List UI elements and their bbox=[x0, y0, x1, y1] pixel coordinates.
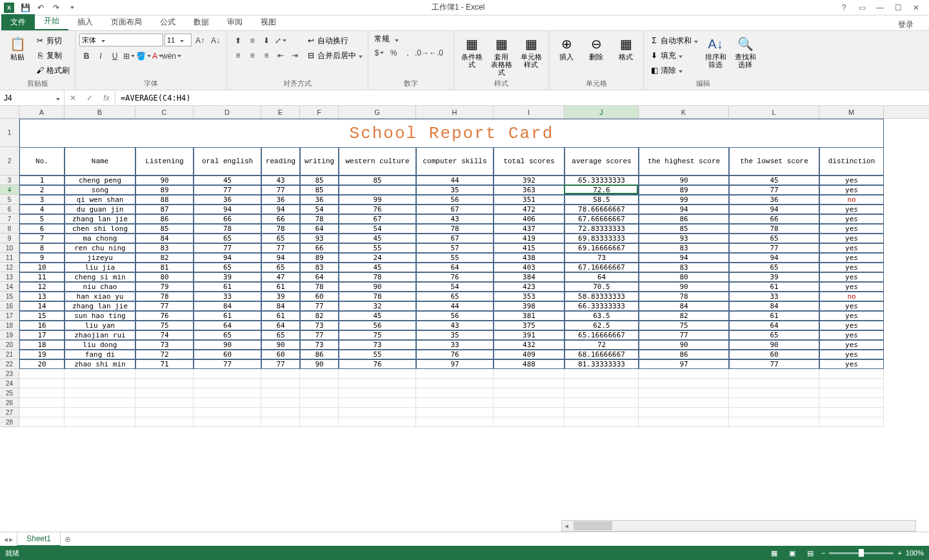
group-label-clipboard: 剪贴板 bbox=[4, 77, 71, 88]
tab-data[interactable]: 数据 bbox=[185, 14, 218, 30]
cancel-formula-button[interactable]: ✕ bbox=[65, 94, 81, 103]
group-styles: ▦条件格式 ▦套用 表格格式 ▦单元格样式 样式 bbox=[454, 31, 549, 90]
align-top-button[interactable]: ⬆ bbox=[231, 34, 245, 48]
fill-color-button[interactable]: 🪣 bbox=[136, 49, 150, 63]
italic-button[interactable]: I bbox=[94, 49, 108, 63]
brush-icon: 🖌 bbox=[35, 66, 45, 75]
copy-icon: ⎘ bbox=[35, 51, 45, 60]
merge-icon: ⊟ bbox=[306, 51, 316, 60]
name-box-dropdown-icon bbox=[55, 94, 60, 103]
ribbon-tabs: 文件 开始 插入 页面布局 公式 数据 审阅 视图 登录 bbox=[0, 15, 929, 31]
cond-format-icon: ▦ bbox=[463, 35, 481, 53]
group-label-cells: 单元格 bbox=[553, 77, 639, 88]
qat-customize-button[interactable] bbox=[65, 1, 79, 14]
sort-icon: A↓ bbox=[706, 35, 724, 53]
group-number: 常规 $ % , .0→ ←.0 数字 bbox=[368, 31, 454, 90]
fx-button[interactable]: fx bbox=[98, 94, 115, 103]
ribbon: 📋 粘贴 ✂剪切 ⎘复制 🖌格式刷 剪贴板 宋体 11 A↑ A↓ B I U bbox=[0, 31, 929, 90]
decimal-increase-button[interactable]: .0→ bbox=[415, 46, 429, 60]
tab-layout[interactable]: 页面布局 bbox=[102, 14, 151, 30]
formula-input[interactable]: =AVERAGE(C4:H4) bbox=[115, 90, 929, 105]
ribbon-options-button[interactable]: ▭ bbox=[855, 3, 868, 12]
group-editing: Σ自动求和 ⬇填充 ◧清除 A↓排序和筛选 🔍查找和选择 编辑 bbox=[644, 31, 763, 90]
align-center-button[interactable]: ≡ bbox=[245, 48, 259, 63]
merge-center-button[interactable]: ⊟合并后居中 bbox=[305, 48, 364, 63]
insert-icon: ⊕ bbox=[557, 35, 575, 53]
table-format-button[interactable]: ▦套用 表格格式 bbox=[488, 34, 515, 77]
group-label-number: 数字 bbox=[372, 77, 450, 88]
align-left-button[interactable]: ≡ bbox=[231, 48, 245, 63]
enter-formula-button[interactable]: ✓ bbox=[81, 94, 98, 103]
tab-view[interactable]: 视图 bbox=[252, 14, 285, 30]
decrease-font-button[interactable]: A↓ bbox=[208, 34, 223, 48]
cell-styles-button[interactable]: ▦单元格样式 bbox=[517, 34, 544, 70]
orientation-button[interactable]: ⤢ bbox=[274, 34, 288, 48]
format-cells-button[interactable]: ▦格式 bbox=[612, 34, 639, 62]
insert-cells-button[interactable]: ⊕插入 bbox=[553, 34, 580, 62]
currency-button[interactable]: $ bbox=[372, 46, 386, 60]
phonetic-button[interactable]: wén bbox=[165, 49, 179, 63]
font-size-select[interactable]: 11 bbox=[165, 34, 192, 46]
paste-button[interactable]: 📋 粘贴 bbox=[4, 34, 31, 62]
group-label-font: 字体 bbox=[79, 77, 223, 88]
tab-formula[interactable]: 公式 bbox=[151, 14, 185, 30]
number-format-select[interactable]: 常规 bbox=[372, 34, 450, 45]
border-button[interactable]: ⊞ bbox=[122, 49, 136, 63]
bold-button[interactable]: B bbox=[79, 49, 94, 63]
align-right-button[interactable]: ≡ bbox=[259, 48, 274, 63]
decimal-decrease-button[interactable]: ←.0 bbox=[429, 46, 443, 60]
align-middle-button[interactable]: ≡ bbox=[245, 34, 259, 48]
conditional-format-button[interactable]: ▦条件格式 bbox=[458, 34, 485, 70]
wrap-icon: ↩ bbox=[306, 36, 316, 45]
sigma-icon: Σ bbox=[649, 36, 659, 45]
group-align: ⬆ ≡ ⬇ ⤢ ≡ ≡ ≡ ⇤ ⇥ ↩自动换行 ⊟合并后居中 对齐方式 bbox=[227, 31, 368, 90]
delete-cells-button[interactable]: ⊖删除 bbox=[583, 34, 610, 62]
increase-font-button[interactable]: A↑ bbox=[193, 34, 207, 48]
qat-save-button[interactable]: 💾 bbox=[18, 1, 32, 14]
format-painter-button[interactable]: 🖌格式刷 bbox=[34, 63, 71, 77]
name-box[interactable]: J4 bbox=[0, 90, 65, 105]
group-label-styles: 样式 bbox=[458, 77, 544, 88]
indent-increase-button[interactable]: ⇥ bbox=[288, 48, 302, 63]
clear-button[interactable]: ◧清除 bbox=[648, 63, 699, 77]
close-button[interactable]: ✕ bbox=[910, 3, 923, 12]
underline-button[interactable]: U bbox=[108, 49, 122, 63]
tab-home[interactable]: 开始 bbox=[35, 13, 68, 30]
tab-file[interactable]: 文件 bbox=[1, 14, 35, 30]
window-title: 工作簿1 - Excel bbox=[79, 2, 837, 13]
fill-button[interactable]: ⬇填充 bbox=[648, 48, 699, 63]
find-select-button[interactable]: 🔍查找和选择 bbox=[732, 34, 759, 70]
indent-decrease-button[interactable]: ⇤ bbox=[274, 48, 288, 63]
sort-filter-button[interactable]: A↓排序和筛选 bbox=[702, 34, 729, 70]
group-label-align: 对齐方式 bbox=[231, 77, 364, 88]
maximize-button[interactable]: ☐ bbox=[892, 3, 904, 12]
tab-insert[interactable]: 插入 bbox=[68, 14, 102, 30]
group-font: 宋体 11 A↑ A↓ B I U ⊞ 🪣 A wén 字体 bbox=[75, 31, 227, 90]
login-label[interactable]: 登录 bbox=[898, 19, 929, 30]
qat-redo-button[interactable]: ↷ bbox=[49, 1, 63, 14]
qat-undo-button[interactable]: ↶ bbox=[34, 1, 48, 14]
formula-bar: J4 ✕ ✓ fx =AVERAGE(C4:H4) bbox=[0, 90, 929, 106]
comma-button[interactable]: , bbox=[401, 46, 415, 60]
group-label-editing: 编辑 bbox=[648, 77, 759, 88]
fill-icon: ⬇ bbox=[649, 51, 659, 60]
minimize-button[interactable]: — bbox=[874, 3, 886, 12]
group-cells: ⊕插入 ⊖删除 ▦格式 单元格 bbox=[549, 31, 644, 90]
align-bottom-button[interactable]: ⬇ bbox=[259, 34, 274, 48]
wrap-text-button[interactable]: ↩自动换行 bbox=[305, 34, 364, 48]
font-name-select[interactable]: 宋体 bbox=[79, 34, 163, 46]
group-clipboard: 📋 粘贴 ✂剪切 ⎘复制 🖌格式刷 剪贴板 bbox=[0, 31, 75, 90]
scissors-icon: ✂ bbox=[35, 36, 45, 45]
delete-icon: ⊖ bbox=[587, 35, 605, 53]
cut-button[interactable]: ✂剪切 bbox=[34, 34, 71, 48]
binoculars-icon: 🔍 bbox=[736, 35, 754, 53]
format-icon: ▦ bbox=[617, 35, 635, 53]
autosum-button[interactable]: Σ自动求和 bbox=[648, 34, 699, 48]
help-button[interactable]: ? bbox=[837, 3, 850, 12]
paste-icon: 📋 bbox=[8, 35, 26, 53]
app-icon: X bbox=[4, 3, 14, 13]
cell-style-icon: ▦ bbox=[522, 35, 540, 53]
copy-button[interactable]: ⎘复制 bbox=[34, 48, 71, 63]
percent-button[interactable]: % bbox=[386, 46, 401, 60]
tab-review[interactable]: 审阅 bbox=[218, 14, 252, 30]
